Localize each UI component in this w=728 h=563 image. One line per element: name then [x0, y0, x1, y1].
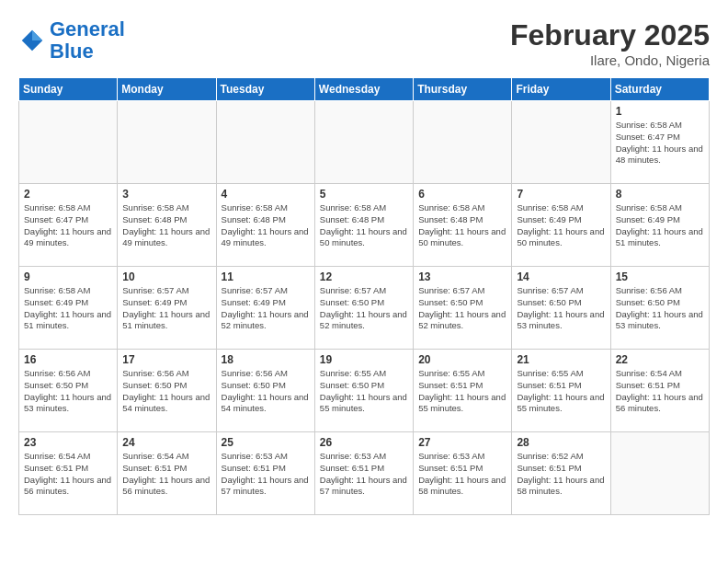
day-info: Sunrise: 6:53 AM Sunset: 6:51 PM Dayligh…	[222, 451, 310, 498]
weekday-wednesday: Wednesday	[314, 78, 413, 101]
calendar-cell	[414, 101, 512, 184]
logo-icon	[18, 27, 46, 54]
logo-text: General Blue	[50, 18, 125, 63]
day-number: 9	[24, 270, 112, 283]
day-number: 20	[418, 353, 506, 366]
month-title: February 2025	[510, 18, 710, 52]
day-number: 12	[320, 270, 408, 283]
day-number: 19	[320, 353, 408, 366]
calendar-cell: 10Sunrise: 6:57 AM Sunset: 6:49 PM Dayli…	[118, 267, 216, 350]
svg-marker-1	[32, 30, 42, 40]
calendar-cell: 19Sunrise: 6:55 AM Sunset: 6:50 PM Dayli…	[314, 350, 413, 432]
calendar-cell: 24Sunrise: 6:54 AM Sunset: 6:51 PM Dayli…	[118, 432, 216, 515]
calendar-cell: 4Sunrise: 6:58 AM Sunset: 6:48 PM Daylig…	[216, 184, 314, 267]
day-number: 13	[418, 270, 506, 283]
day-number: 23	[24, 436, 112, 449]
day-info: Sunrise: 6:58 AM Sunset: 6:48 PM Dayligh…	[222, 202, 310, 249]
week-row-2: 9Sunrise: 6:58 AM Sunset: 6:49 PM Daylig…	[19, 267, 710, 350]
day-number: 11	[222, 270, 310, 283]
page-header: General Blue February 2025 Ilare, Ondo, …	[18, 18, 710, 68]
day-number: 28	[517, 436, 605, 449]
day-info: Sunrise: 6:56 AM Sunset: 6:50 PM Dayligh…	[616, 285, 704, 332]
day-number: 26	[320, 436, 408, 449]
day-info: Sunrise: 6:57 AM Sunset: 6:49 PM Dayligh…	[122, 285, 210, 332]
calendar-cell: 1Sunrise: 6:58 AM Sunset: 6:47 PM Daylig…	[610, 101, 709, 184]
calendar-cell: 23Sunrise: 6:54 AM Sunset: 6:51 PM Dayli…	[19, 432, 118, 515]
weekday-monday: Monday	[118, 78, 216, 101]
calendar-cell	[118, 101, 216, 184]
day-number: 22	[616, 353, 704, 366]
day-number: 5	[320, 188, 408, 201]
day-info: Sunrise: 6:54 AM Sunset: 6:51 PM Dayligh…	[122, 451, 210, 498]
calendar-cell: 16Sunrise: 6:56 AM Sunset: 6:50 PM Dayli…	[19, 350, 118, 432]
weekday-friday: Friday	[512, 78, 610, 101]
weekday-header-row: SundayMondayTuesdayWednesdayThursdayFrid…	[19, 78, 710, 101]
day-info: Sunrise: 6:57 AM Sunset: 6:49 PM Dayligh…	[222, 285, 310, 332]
calendar-body: 1Sunrise: 6:58 AM Sunset: 6:47 PM Daylig…	[19, 101, 710, 515]
day-number: 25	[222, 436, 310, 449]
calendar-cell: 8Sunrise: 6:58 AM Sunset: 6:49 PM Daylig…	[610, 184, 709, 267]
day-number: 27	[418, 436, 506, 449]
day-info: Sunrise: 6:58 AM Sunset: 6:47 PM Dayligh…	[24, 202, 112, 249]
calendar-cell: 26Sunrise: 6:53 AM Sunset: 6:51 PM Dayli…	[314, 432, 413, 515]
calendar-cell: 27Sunrise: 6:53 AM Sunset: 6:51 PM Dayli…	[414, 432, 512, 515]
calendar-cell: 7Sunrise: 6:58 AM Sunset: 6:49 PM Daylig…	[512, 184, 610, 267]
day-info: Sunrise: 6:55 AM Sunset: 6:51 PM Dayligh…	[418, 368, 506, 415]
weekday-saturday: Saturday	[610, 78, 709, 101]
calendar-header: SundayMondayTuesdayWednesdayThursdayFrid…	[19, 78, 710, 101]
weekday-tuesday: Tuesday	[216, 78, 314, 101]
week-row-3: 16Sunrise: 6:56 AM Sunset: 6:50 PM Dayli…	[19, 350, 710, 432]
day-info: Sunrise: 6:56 AM Sunset: 6:50 PM Dayligh…	[122, 368, 210, 415]
calendar-cell: 20Sunrise: 6:55 AM Sunset: 6:51 PM Dayli…	[414, 350, 512, 432]
week-row-0: 1Sunrise: 6:58 AM Sunset: 6:47 PM Daylig…	[19, 101, 710, 184]
day-info: Sunrise: 6:58 AM Sunset: 6:48 PM Dayligh…	[418, 202, 506, 249]
calendar-cell	[610, 432, 709, 515]
day-info: Sunrise: 6:54 AM Sunset: 6:51 PM Dayligh…	[616, 368, 704, 415]
week-row-4: 23Sunrise: 6:54 AM Sunset: 6:51 PM Dayli…	[19, 432, 710, 515]
location-label: Ilare, Ondo, Nigeria	[510, 52, 710, 68]
logo: General Blue	[18, 18, 125, 63]
day-number: 7	[517, 188, 605, 201]
day-number: 1	[616, 105, 704, 118]
day-info: Sunrise: 6:52 AM Sunset: 6:51 PM Dayligh…	[517, 451, 605, 498]
calendar-cell: 18Sunrise: 6:56 AM Sunset: 6:50 PM Dayli…	[216, 350, 314, 432]
day-number: 10	[122, 270, 210, 283]
day-info: Sunrise: 6:57 AM Sunset: 6:50 PM Dayligh…	[418, 285, 506, 332]
calendar-cell	[512, 101, 610, 184]
calendar-cell: 11Sunrise: 6:57 AM Sunset: 6:49 PM Dayli…	[216, 267, 314, 350]
calendar-cell: 14Sunrise: 6:57 AM Sunset: 6:50 PM Dayli…	[512, 267, 610, 350]
day-number: 6	[418, 188, 506, 201]
calendar-cell: 25Sunrise: 6:53 AM Sunset: 6:51 PM Dayli…	[216, 432, 314, 515]
day-number: 18	[222, 353, 310, 366]
day-number: 16	[24, 353, 112, 366]
calendar-cell: 22Sunrise: 6:54 AM Sunset: 6:51 PM Dayli…	[610, 350, 709, 432]
day-number: 3	[122, 188, 210, 201]
weekday-thursday: Thursday	[414, 78, 512, 101]
day-info: Sunrise: 6:55 AM Sunset: 6:51 PM Dayligh…	[517, 368, 605, 415]
day-info: Sunrise: 6:54 AM Sunset: 6:51 PM Dayligh…	[24, 451, 112, 498]
day-number: 8	[616, 188, 704, 201]
day-info: Sunrise: 6:56 AM Sunset: 6:50 PM Dayligh…	[222, 368, 310, 415]
weekday-sunday: Sunday	[19, 78, 118, 101]
day-info: Sunrise: 6:58 AM Sunset: 6:49 PM Dayligh…	[24, 285, 112, 332]
day-info: Sunrise: 6:57 AM Sunset: 6:50 PM Dayligh…	[320, 285, 408, 332]
day-info: Sunrise: 6:58 AM Sunset: 6:49 PM Dayligh…	[616, 202, 704, 249]
calendar-cell: 9Sunrise: 6:58 AM Sunset: 6:49 PM Daylig…	[19, 267, 118, 350]
day-info: Sunrise: 6:57 AM Sunset: 6:50 PM Dayligh…	[517, 285, 605, 332]
calendar-cell	[314, 101, 413, 184]
logo-general: General	[50, 17, 125, 40]
day-info: Sunrise: 6:56 AM Sunset: 6:50 PM Dayligh…	[24, 368, 112, 415]
calendar-cell: 15Sunrise: 6:56 AM Sunset: 6:50 PM Dayli…	[610, 267, 709, 350]
day-number: 14	[517, 270, 605, 283]
calendar-cell: 5Sunrise: 6:58 AM Sunset: 6:48 PM Daylig…	[314, 184, 413, 267]
day-number: 2	[24, 188, 112, 201]
day-info: Sunrise: 6:58 AM Sunset: 6:48 PM Dayligh…	[320, 202, 408, 249]
day-number: 15	[616, 270, 704, 283]
calendar-cell: 13Sunrise: 6:57 AM Sunset: 6:50 PM Dayli…	[414, 267, 512, 350]
day-number: 4	[222, 188, 310, 201]
calendar-cell	[19, 101, 118, 184]
calendar-cell: 6Sunrise: 6:58 AM Sunset: 6:48 PM Daylig…	[414, 184, 512, 267]
calendar-cell: 17Sunrise: 6:56 AM Sunset: 6:50 PM Dayli…	[118, 350, 216, 432]
calendar-cell: 12Sunrise: 6:57 AM Sunset: 6:50 PM Dayli…	[314, 267, 413, 350]
calendar-cell: 28Sunrise: 6:52 AM Sunset: 6:51 PM Dayli…	[512, 432, 610, 515]
